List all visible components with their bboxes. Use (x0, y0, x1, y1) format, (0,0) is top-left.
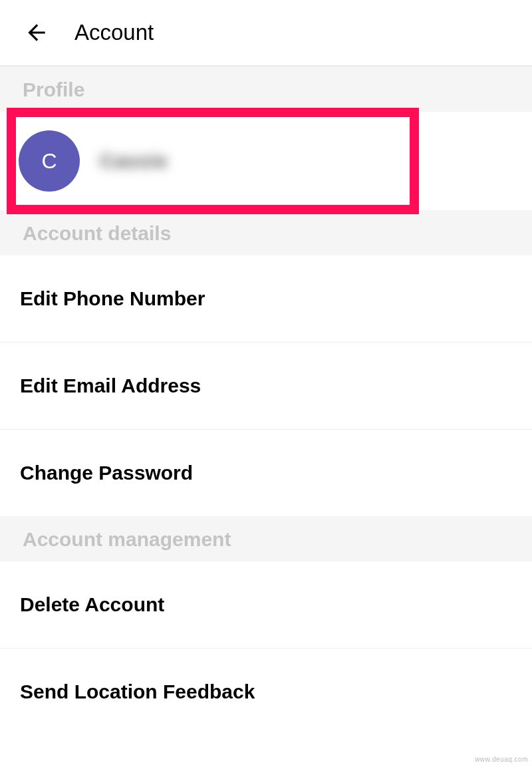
back-button[interactable] (24, 20, 49, 45)
profile-name: Cassie (100, 150, 168, 172)
section-header-profile: Profile (0, 67, 532, 112)
section-header-account-details: Account details (0, 210, 532, 255)
edit-email-address-item[interactable]: Edit Email Address (0, 343, 532, 430)
page-title: Account (74, 20, 154, 45)
profile-row[interactable]: C Cassie (0, 112, 532, 210)
section-header-account-management: Account management (0, 516, 532, 561)
app-header: Account (0, 0, 532, 67)
delete-account-item[interactable]: Delete Account (0, 561, 532, 649)
arrow-left-icon (24, 20, 49, 45)
change-password-item[interactable]: Change Password (0, 430, 532, 516)
avatar: C (19, 130, 80, 192)
edit-phone-number-item[interactable]: Edit Phone Number (0, 255, 532, 343)
watermark: www.deuaq.com (475, 756, 528, 763)
send-location-feedback-item[interactable]: Send Location Feedback (0, 649, 532, 735)
